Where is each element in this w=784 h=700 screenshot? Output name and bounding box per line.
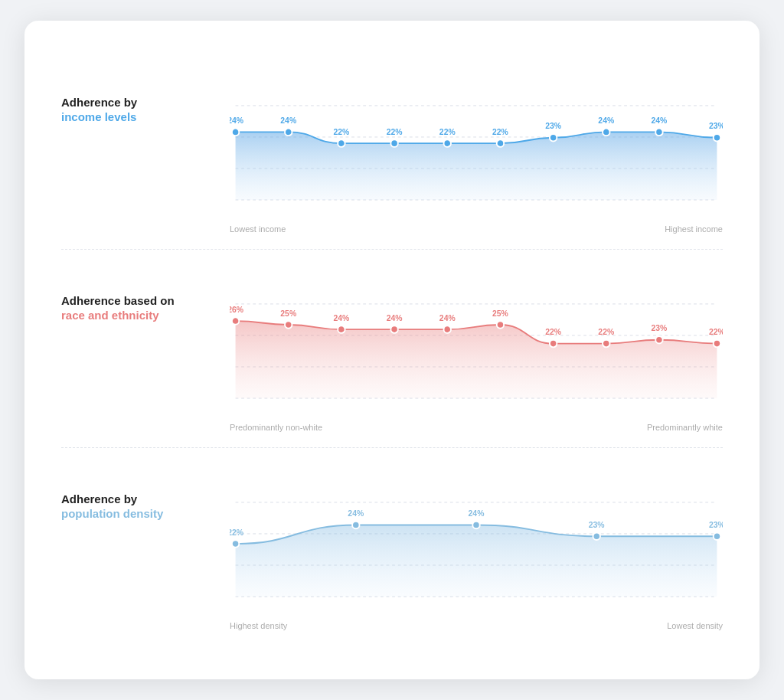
svg-point-14 — [497, 139, 504, 146]
svg-point-44 — [655, 336, 662, 343]
chart-area-density: 22%24%24%23%23% Highest density Lowest d… — [230, 469, 723, 630]
svg-text:24%: 24% — [280, 116, 296, 125]
section-title-plain-race: Adherence based on — [61, 293, 230, 309]
chart-area-race: 26%25%24%24%24%25%22%22%23%22% Predomina… — [230, 271, 723, 432]
section-title-plain-density: Adherence by — [61, 491, 230, 507]
svg-text:22%: 22% — [709, 328, 723, 336]
svg-point-40 — [550, 340, 557, 347]
svg-point-42 — [603, 340, 609, 347]
svg-point-32 — [338, 325, 345, 332]
section-title-accent-race: race and ethnicity — [61, 309, 230, 322]
svg-point-36 — [444, 325, 451, 332]
svg-point-22 — [714, 134, 720, 141]
section-race: Adherence based on race and ethnicity 26… — [61, 250, 723, 448]
svg-text:22%: 22% — [439, 128, 456, 136]
svg-point-12 — [444, 139, 451, 146]
svg-point-4 — [232, 129, 239, 136]
svg-point-52 — [232, 540, 239, 547]
axis-left-income: Lowest income — [230, 224, 286, 234]
svg-point-38 — [497, 321, 504, 328]
svg-text:22%: 22% — [387, 128, 403, 136]
svg-point-6 — [285, 129, 292, 136]
svg-point-46 — [714, 340, 720, 347]
section-income: Adherence by income levels 24%24%22%22%2… — [61, 51, 723, 250]
label-col-race: Adherence based on race and ethnicity — [61, 271, 230, 322]
chart-svg-income: 24%24%22%22%22%22%23%24%24%23% — [230, 73, 723, 218]
svg-text:25%: 25% — [280, 309, 296, 318]
axis-right-density: Lowest density — [667, 621, 723, 630]
svg-point-10 — [390, 139, 397, 146]
svg-text:24%: 24% — [230, 116, 243, 125]
svg-point-28 — [232, 317, 239, 324]
svg-text:23%: 23% — [545, 122, 561, 130]
svg-point-54 — [352, 522, 359, 528]
svg-text:23%: 23% — [709, 122, 723, 130]
svg-text:24%: 24% — [387, 314, 403, 322]
chart-svg-race: 26%25%24%24%24%25%22%22%23%22% — [230, 271, 723, 417]
svg-point-16 — [550, 134, 557, 141]
section-title-accent-density: population density — [61, 507, 230, 520]
svg-text:23%: 23% — [652, 324, 668, 332]
svg-point-34 — [390, 325, 397, 332]
svg-point-18 — [603, 129, 609, 136]
svg-point-58 — [593, 532, 599, 539]
main-card: Adherence by income levels 24%24%22%22%2… — [24, 21, 760, 679]
axis-left-density: Highest density — [230, 621, 287, 630]
axis-right-income: Highest income — [665, 224, 723, 234]
svg-text:23%: 23% — [709, 521, 723, 529]
svg-text:24%: 24% — [334, 314, 350, 322]
svg-point-20 — [655, 129, 662, 136]
axis-left-race: Predominantly non-white — [230, 423, 322, 432]
label-col-income: Adherence by income levels — [61, 73, 230, 123]
svg-text:24%: 24% — [598, 116, 614, 125]
svg-text:24%: 24% — [439, 314, 456, 322]
svg-text:22%: 22% — [545, 328, 561, 336]
chart-area-income: 24%24%22%22%22%22%23%24%24%23% Lowest in… — [230, 73, 723, 234]
svg-text:23%: 23% — [589, 521, 605, 529]
svg-text:26%: 26% — [230, 306, 243, 314]
svg-text:22%: 22% — [598, 328, 614, 336]
svg-point-30 — [285, 321, 292, 328]
svg-text:22%: 22% — [230, 528, 243, 537]
svg-point-8 — [338, 139, 345, 146]
svg-text:22%: 22% — [334, 128, 350, 136]
svg-text:22%: 22% — [492, 128, 508, 136]
section-density: Adherence by population density 22%24%24… — [61, 448, 723, 646]
svg-text:24%: 24% — [348, 509, 364, 518]
svg-text:24%: 24% — [652, 116, 668, 125]
label-col-density: Adherence by population density — [61, 469, 230, 520]
section-title-plain-income: Adherence by — [61, 94, 230, 110]
svg-point-60 — [714, 532, 720, 539]
svg-text:25%: 25% — [492, 309, 508, 318]
axis-right-race: Predominantly white — [647, 423, 723, 432]
chart-svg-density: 22%24%24%23%23% — [230, 469, 723, 615]
svg-point-56 — [472, 522, 479, 528]
section-title-accent-income: income levels — [61, 110, 230, 123]
svg-text:24%: 24% — [469, 509, 485, 518]
